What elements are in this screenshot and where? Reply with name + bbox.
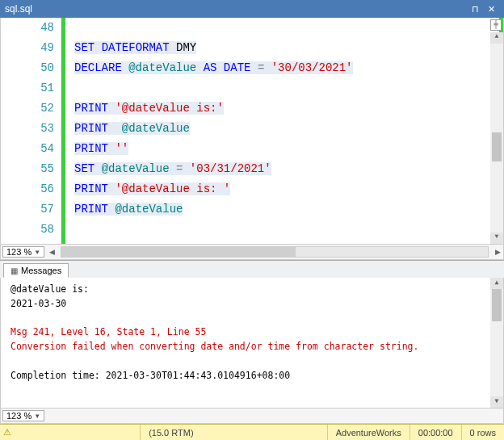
scroll-left-icon[interactable]: ◀ [46,248,57,256]
code-line[interactable] [74,220,503,240]
line-number: 48 [1,18,54,38]
line-gutter: 4849505152535455565758 [1,18,61,244]
file-title: sql.sql [5,3,467,15]
code-line[interactable]: PRINT '' [74,139,503,159]
tab-messages[interactable]: ▦ Messages [3,263,69,278]
titlebar: sql.sql ⊓ ✕ [0,0,504,18]
messages-pane[interactable]: @dateValue is: 2021-03-30 Msg 241, Level… [0,278,504,408]
message-line: Msg 241, Level 16, State 1, Line 55 [10,325,494,340]
code-line[interactable]: PRINT @dateValue [74,199,503,220]
hscroll-thumb[interactable] [61,247,296,257]
code-line[interactable]: SET DATEFORMAT DMY [74,38,503,58]
chevron-down-icon: ▼ [34,413,40,420]
scroll-right-icon[interactable]: ▶ [492,248,503,256]
code-line[interactable]: SET @dateValue = '03/31/2021' [74,159,503,179]
zoom-combo[interactable]: 123 % ▼ [2,410,44,421]
status-database: AdventureWorks [327,425,410,440]
code-line[interactable]: DECLARE @dateValue AS DATE = '30/03/2021… [74,58,503,78]
line-number: 58 [1,220,54,240]
scroll-up-icon[interactable]: ▲ [490,32,503,44]
status-time: 00:00:00 [410,425,461,440]
scroll-down-icon[interactable]: ▼ [490,233,503,244]
editor-vscrollbar[interactable]: ▲ ▼ [490,32,503,244]
chevron-down-icon: ▼ [34,249,40,256]
zoom-value: 123 % [6,247,32,257]
line-number: 54 [1,139,54,159]
code-line[interactable] [74,78,503,98]
scroll-thumb[interactable] [492,289,502,321]
change-marker-left [61,18,65,244]
output-tabs: ▦ Messages [0,260,504,278]
code-line[interactable] [74,18,503,38]
line-number: 52 [1,98,54,119]
code-line[interactable]: PRINT @dateValue [74,119,503,139]
code-area[interactable]: SET DATEFORMAT DMYDECLARE @dateValue AS … [61,18,503,244]
editor-pane: 4849505152535455565758 SET DATEFORMAT DM… [0,18,504,244]
code-line[interactable]: PRINT '@dateValue is:' [74,98,503,119]
message-line: @dateValue is: [10,283,494,297]
message-line: 2021-03-30 [10,297,494,312]
pin-icon[interactable]: ⊓ [467,4,483,15]
line-number: 53 [1,119,54,139]
messages-icon: ▦ [10,266,18,275]
messages-vscrollbar[interactable]: ▲ ▼ [490,278,503,408]
message-line [10,312,494,326]
tab-label: Messages [21,266,61,275]
status-bar: ⚠ (15.0 RTM) AdventureWorks 00:00:00 0 r… [0,424,504,440]
message-line [10,354,494,369]
line-number: 55 [1,159,54,179]
scroll-up-icon[interactable]: ▲ [490,278,503,289]
messages-zoom-row: 123 % ▼ [0,408,504,424]
zoom-value: 123 % [6,411,32,421]
zoom-combo[interactable]: 123 % ▼ [2,246,44,258]
line-number: 50 [1,58,54,78]
editor-zoom-row: 123 % ▼ ◀ ▶ [0,244,504,260]
line-number: 56 [1,179,54,199]
code-line[interactable]: PRINT '@dateValue is: ' [74,179,503,199]
line-number: 49 [1,38,54,58]
split-collapse-icon[interactable]: ╪ [490,19,502,31]
editor-hscrollbar[interactable] [61,246,489,258]
warning-icon: ⚠ [0,427,15,438]
line-number: 57 [1,199,54,220]
message-line: Conversion failed when converting date a… [10,340,494,354]
close-icon[interactable]: ✕ [483,4,499,15]
scroll-thumb[interactable] [492,132,502,161]
line-number: 51 [1,78,54,98]
status-version: (15.0 RTM) [140,425,201,440]
status-rows: 0 rows [461,425,504,440]
scroll-down-icon[interactable]: ▼ [490,396,503,408]
message-line: Completion time: 2021-03-30T01:44:43.010… [10,369,494,383]
